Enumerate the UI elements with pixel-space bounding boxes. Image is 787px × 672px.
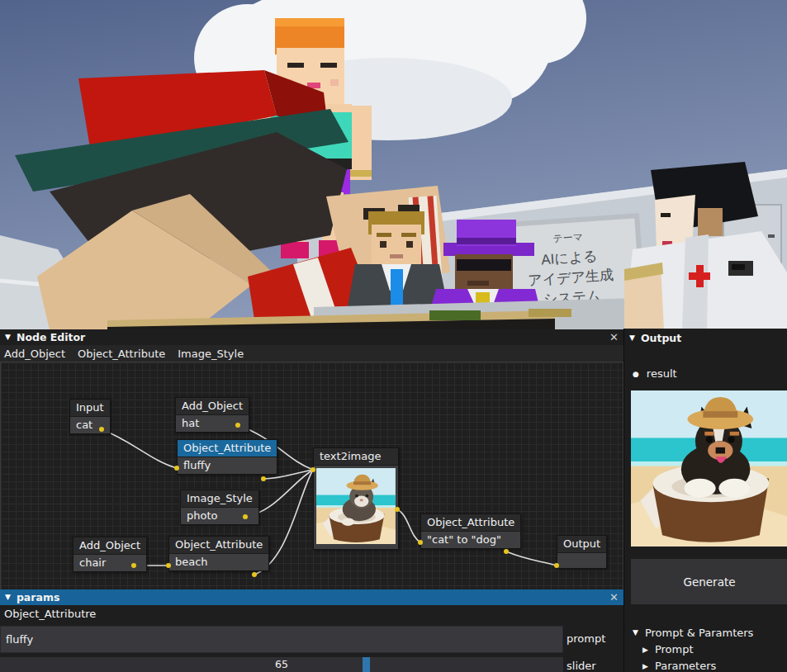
expand-icon[interactable]: ▶ (642, 646, 648, 654)
scene-viewport[interactable]: テーマ AIによる アイデア生成 システム (0, 0, 787, 330)
close-icon[interactable]: ✕ (609, 591, 619, 603)
port-cat-to-dog-out[interactable] (504, 549, 509, 554)
node-editor-header[interactable]: ▼ Node Editor ✕ (0, 329, 623, 345)
node-add-object-hat-title: Add_Object (176, 398, 249, 414)
expand-icon[interactable]: ▶ (642, 662, 648, 670)
collapse-icon[interactable]: ▼ (629, 334, 635, 342)
port-hat-out[interactable] (235, 423, 240, 428)
params-title: params (17, 591, 59, 603)
output-panel: ▼ Output ● result (623, 329, 787, 672)
node-object-attribute-fluffy-value: fluffy (178, 457, 277, 474)
params-panel: ▼ params ✕ Object_Attributre prompt 65 s… (0, 589, 623, 672)
output-title: Output (641, 332, 681, 344)
port-cat-to-dog-in[interactable] (418, 540, 423, 545)
node-image-style[interactable]: Image_Style photo (180, 490, 259, 525)
port-fluffy-in[interactable] (174, 466, 179, 471)
collapse-icon[interactable]: ▼ (5, 594, 11, 601)
node-output-value (557, 552, 606, 568)
node-editor-title: Node Editor (17, 331, 85, 343)
node-editor-menubar: Add_Object Object_Attribute Image_Style (0, 345, 623, 362)
scene-illustration: テーマ AIによる アイデア生成 システム (0, 0, 787, 330)
text2image-thumbnail (316, 468, 396, 544)
node-object-attribute-cat-to-dog-value: "cat" to "dog" (421, 531, 520, 548)
node-object-attribute-fluffy[interactable]: Object_Attribute fluffy (177, 439, 277, 475)
bullet-icon: ● (633, 370, 639, 378)
tree-item-parameters-label: Parameters (655, 660, 716, 672)
output-header[interactable]: ▼ Output (624, 329, 787, 344)
tree-prompt-parameters[interactable]: ▼ Prompt & Paramters (633, 627, 753, 639)
port-photo-out[interactable] (243, 514, 248, 519)
node-object-attribute-cat-to-dog-title: Object_Attribute (421, 514, 520, 531)
generate-button[interactable]: Generate (631, 559, 787, 604)
param-slider[interactable]: 65 (0, 657, 563, 672)
port-cat-out[interactable] (99, 427, 104, 432)
port-beach-in[interactable] (166, 563, 171, 568)
node-object-attribute-cat-to-dog[interactable]: Object_Attribute "cat" to "dog" (420, 513, 521, 549)
collapse-icon[interactable]: ▼ (5, 334, 11, 341)
result-item[interactable]: ● result (633, 367, 677, 380)
tree-item-prompt-label: Prompt (655, 643, 694, 655)
node-add-object-chair-title: Add_Object (73, 537, 146, 554)
slider-value: 65 (0, 658, 563, 670)
prompt-label: prompt (567, 632, 605, 645)
node-object-attribute-beach[interactable]: Object_Attribute beach (168, 536, 269, 571)
prompt-input[interactable] (0, 626, 563, 653)
slider-handle[interactable] (363, 657, 370, 672)
result-image (631, 390, 787, 547)
node-canvas[interactable]: Input cat Add_Object hat Object_Attribut… (0, 362, 623, 589)
whiteboard-title: テーマ (552, 231, 583, 245)
app-root: テーマ AIによる アイデア生成 システム (0, 0, 787, 672)
tree-item-parameters[interactable]: ▶ Parameters (642, 660, 716, 672)
node-image-style-title: Image_Style (181, 490, 258, 507)
menu-image-style[interactable]: Image_Style (178, 348, 244, 360)
params-section-label: Object_Attributre (0, 605, 623, 622)
node-text2image-body (314, 465, 398, 549)
menu-object-attribute[interactable]: Object_Attribute (78, 348, 165, 360)
slider-label: slider (567, 660, 596, 672)
node-input-value: cat (70, 416, 110, 433)
port-text2image-in[interactable] (311, 467, 315, 472)
close-icon[interactable]: ✕ (609, 331, 619, 343)
port-text2image-out[interactable] (395, 507, 400, 512)
node-input[interactable]: Input cat (69, 399, 111, 434)
params-header[interactable]: ▼ params ✕ (0, 589, 623, 605)
node-text2image-title: text2image (314, 448, 398, 465)
result-label: result (647, 367, 677, 380)
collapse-icon[interactable]: ▼ (633, 629, 638, 637)
tree-item-prompt[interactable]: ▶ Prompt (642, 643, 694, 655)
node-text2image[interactable]: text2image (313, 447, 399, 550)
node-output-title: Output (557, 536, 606, 552)
port-beach-out[interactable] (252, 572, 257, 577)
node-output[interactable]: Output (557, 535, 607, 569)
node-input-title: Input (70, 400, 110, 416)
node-editor-panel: ▼ Node Editor ✕ Add_Object Object_Attrib… (0, 329, 623, 589)
node-object-attribute-fluffy-title: Object_Attribute (178, 440, 277, 457)
node-object-attribute-beach-value: beach (169, 553, 268, 570)
port-chair-out[interactable] (131, 563, 136, 568)
port-fluffy-out[interactable] (261, 476, 266, 481)
menu-add-object[interactable]: Add_Object (4, 348, 65, 360)
tree-root-label: Prompt & Paramters (645, 627, 753, 639)
node-object-attribute-beach-title: Object_Attribute (169, 537, 268, 553)
port-output-in[interactable] (554, 563, 559, 568)
node-add-object-chair-value: chair (73, 554, 146, 571)
